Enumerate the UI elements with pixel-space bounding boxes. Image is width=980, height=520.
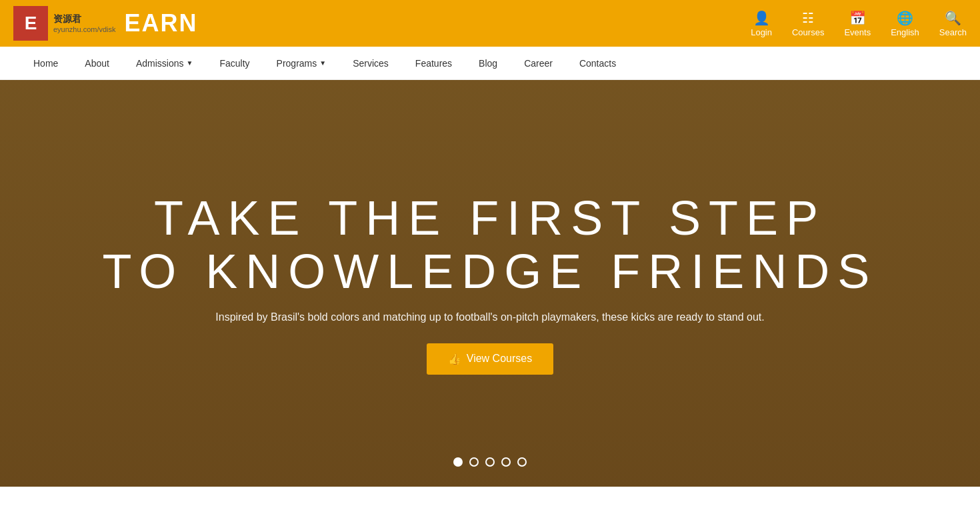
- hero-title-line2: TO KNOWLEDGE FRIENDS: [103, 245, 878, 298]
- nav-admissions[interactable]: Admissions ▼: [123, 48, 207, 79]
- nav-faculty-label: Faculty: [219, 58, 249, 69]
- user-icon: 👤: [753, 10, 770, 26]
- globe-icon: 🌐: [897, 10, 913, 26]
- nav-career[interactable]: Career: [511, 48, 566, 79]
- hero-dot-3[interactable]: [485, 457, 495, 467]
- search-icon: 🔍: [945, 10, 961, 26]
- search-label: Search: [939, 27, 967, 37]
- nav-about-label: About: [85, 58, 109, 69]
- language-label: English: [891, 27, 919, 37]
- nav-home-label: Home: [33, 58, 58, 69]
- hero-dot-2[interactable]: [469, 457, 479, 467]
- programs-dropdown-icon: ▼: [319, 59, 326, 67]
- thumbs-up-icon: 👍: [448, 353, 461, 365]
- courses-label: Courses: [792, 27, 824, 37]
- courses-icon: ☷: [802, 10, 814, 26]
- search-button[interactable]: 🔍 Search: [939, 10, 967, 37]
- nav-admissions-label: Admissions: [136, 58, 184, 69]
- nav-services-label: Services: [353, 58, 389, 69]
- nav-bar: Home About Admissions ▼ Faculty Programs…: [0, 47, 980, 80]
- hero-dot-1[interactable]: [453, 457, 463, 467]
- view-courses-button[interactable]: 👍 View Courses: [427, 343, 553, 375]
- hero-dot-4[interactable]: [501, 457, 511, 467]
- nav-programs-label: Programs: [277, 58, 317, 69]
- top-actions: 👤 Login ☷ Courses 📅 Events 🌐 English 🔍 S…: [751, 10, 967, 37]
- language-button[interactable]: 🌐 English: [891, 10, 919, 37]
- nav-about[interactable]: About: [71, 48, 123, 79]
- top-bar: E 资源君 eyunzhu.com/vdisk EARN 👤 Login ☷ C…: [0, 0, 980, 47]
- logo-letter: E: [25, 13, 37, 34]
- events-button[interactable]: 📅 Events: [844, 10, 871, 37]
- hero-section: TAKE THE FIRST STEP TO KNOWLEDGE FRIENDS…: [0, 80, 980, 487]
- logo-box: E: [13, 6, 48, 41]
- admissions-dropdown-icon: ▼: [187, 59, 193, 67]
- hero-content: TAKE THE FIRST STEP TO KNOWLEDGE FRIENDS…: [76, 192, 905, 374]
- nav-services[interactable]: Services: [339, 48, 402, 79]
- nav-programs[interactable]: Programs ▼: [263, 48, 340, 79]
- nav-contacts-label: Contacts: [579, 58, 616, 69]
- nav-career-label: Career: [524, 58, 553, 69]
- nav-features[interactable]: Features: [402, 48, 465, 79]
- calendar-icon: 📅: [849, 10, 866, 26]
- hero-subtitle: Inspired by Brasil's bold colors and mat…: [103, 311, 878, 323]
- nav-blog[interactable]: Blog: [465, 48, 511, 79]
- events-label: Events: [844, 27, 871, 37]
- logo-chinese: 资源君: [53, 13, 116, 25]
- logo-learn: EARN: [125, 9, 198, 37]
- hero-dots: [453, 457, 527, 467]
- logo-text-area: 资源君 eyunzhu.com/vdisk: [53, 13, 116, 33]
- hero-title-line1: TAKE THE FIRST STEP: [103, 192, 878, 245]
- login-button[interactable]: 👤 Login: [751, 10, 772, 37]
- nav-home[interactable]: Home: [20, 48, 71, 79]
- view-courses-label: View Courses: [467, 353, 532, 365]
- nav-features-label: Features: [415, 58, 452, 69]
- logo-link[interactable]: E 资源君 eyunzhu.com/vdisk EARN: [13, 6, 198, 41]
- logo-domain: eyunzhu.com/vdisk: [53, 25, 116, 33]
- nav-faculty[interactable]: Faculty: [206, 48, 263, 79]
- nav-blog-label: Blog: [479, 58, 497, 69]
- courses-button[interactable]: ☷ Courses: [792, 10, 824, 37]
- nav-contacts[interactable]: Contacts: [566, 48, 629, 79]
- login-label: Login: [751, 27, 772, 37]
- hero-dot-5[interactable]: [517, 457, 527, 467]
